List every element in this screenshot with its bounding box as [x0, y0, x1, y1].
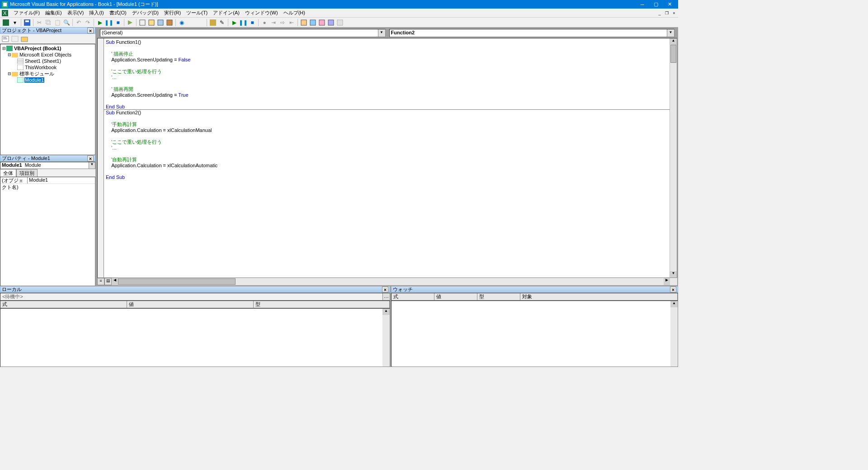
- scroll-thumb[interactable]: [118, 278, 236, 285]
- svg-rect-12: [210, 19, 216, 26]
- chevron-down-icon[interactable]: ▼: [667, 29, 674, 37]
- quick-watch-icon[interactable]: [327, 19, 335, 27]
- mdi-restore-button[interactable]: ❐: [664, 10, 670, 16]
- menu-help[interactable]: ヘルプ(H): [281, 9, 308, 17]
- scroll-up-icon[interactable]: ▲: [670, 38, 677, 45]
- properties-tab-categorized[interactable]: 項目別: [16, 169, 38, 177]
- break-icon[interactable]: ❚❚: [105, 19, 113, 27]
- toolbox-icon[interactable]: [165, 19, 174, 27]
- copy-icon[interactable]: ⿻: [44, 19, 52, 27]
- mdi-close-button[interactable]: ×: [671, 10, 677, 16]
- locals-window-icon[interactable]: [300, 19, 308, 27]
- scroll-down-icon[interactable]: ▼: [670, 271, 677, 277]
- mdi-minimize-button[interactable]: _: [656, 10, 663, 16]
- properties-object-selector[interactable]: Module1 Module ▼: [0, 162, 95, 169]
- insert-dropdown-icon[interactable]: ▾: [11, 19, 19, 27]
- menu-window[interactable]: ウィンドウ(W): [242, 9, 281, 17]
- chevron-down-icon[interactable]: ▼: [378, 29, 385, 37]
- minimize-button[interactable]: ─: [636, 0, 649, 9]
- view-excel-icon[interactable]: [2, 19, 10, 27]
- scroll-thumb[interactable]: [670, 45, 676, 63]
- procedure-view-button[interactable]: ≡: [97, 278, 104, 285]
- menu-edit[interactable]: 編集(E): [42, 9, 65, 17]
- collapse-icon[interactable]: ⊟: [1, 46, 6, 51]
- tree-item-thisworkbook[interactable]: ThisWorkbook: [1, 64, 94, 70]
- toggle-breakpoint-icon[interactable]: ●: [260, 19, 269, 27]
- view-object-icon[interactable]: [10, 35, 19, 43]
- paste-icon[interactable]: 📋: [53, 19, 61, 27]
- chevron-down-icon[interactable]: ▼: [89, 162, 95, 169]
- code-margin[interactable]: [98, 38, 104, 277]
- scroll-right-icon[interactable]: ▶: [664, 278, 670, 285]
- tree-folder-excel-objects[interactable]: ⊟ Microsoft Excel Objects: [1, 52, 94, 58]
- property-row[interactable]: (オブジェクト名) Module1: [0, 177, 95, 184]
- debug-break-icon[interactable]: ❚❚: [239, 19, 247, 27]
- full-module-view-button[interactable]: ▤: [104, 278, 112, 285]
- menu-tools[interactable]: ツール(T): [184, 9, 210, 17]
- debug-continue-icon[interactable]: ▶: [230, 19, 238, 27]
- object-browser-icon[interactable]: [156, 19, 165, 27]
- project-explorer-icon[interactable]: [138, 19, 146, 27]
- vertical-scrollbar[interactable]: ▲ ▼: [670, 38, 677, 277]
- view-code-icon[interactable]: [1, 35, 10, 43]
- svg-rect-21: [12, 36, 18, 42]
- collapse-icon[interactable]: ⊟: [7, 71, 12, 76]
- step-over-icon[interactable]: ⇨: [278, 19, 287, 27]
- menu-run[interactable]: 実行(R): [161, 9, 184, 17]
- code-editor[interactable]: Sub Function1() ' 描画停止 Application.Scree…: [104, 38, 670, 277]
- watch-window-icon[interactable]: [318, 19, 326, 27]
- procedure-combo[interactable]: Function2 ▼: [389, 29, 675, 37]
- properties-grid[interactable]: (オブジェクト名) Module1: [0, 177, 95, 286]
- help-icon[interactable]: ◉: [178, 19, 186, 27]
- properties-icon[interactable]: [147, 19, 156, 27]
- project-pane-close-icon[interactable]: ×: [87, 28, 94, 33]
- horizontal-scrollbar[interactable]: ◀ ▶: [112, 278, 670, 285]
- designmode-icon[interactable]: [126, 19, 134, 27]
- project-tree[interactable]: ⊟ VBAProject (Book1) ⊟ Microsoft Excel O…: [0, 44, 95, 155]
- properties-pane-title: プロパティ - Module1 ×: [0, 155, 95, 162]
- debug-reset-icon[interactable]: ■: [248, 19, 256, 27]
- collapse-icon[interactable]: ⊟: [7, 52, 12, 57]
- toggle-folders-icon[interactable]: [20, 35, 29, 43]
- tree-folder-modules[interactable]: ⊟ 標準モジュール: [1, 70, 94, 77]
- save-icon[interactable]: [23, 19, 31, 27]
- menu-debug[interactable]: デバッグ(D): [129, 9, 161, 17]
- cut-icon[interactable]: ✂: [35, 19, 43, 27]
- locals-grid[interactable]: ▲: [0, 308, 390, 367]
- locals-pane-close-icon[interactable]: ×: [382, 287, 388, 292]
- menu-format[interactable]: 書式(O): [107, 9, 129, 17]
- step-into-icon[interactable]: ⇥: [269, 19, 278, 27]
- find-icon[interactable]: 🔍: [62, 19, 71, 27]
- tree-item-module1[interactable]: Module1: [1, 77, 94, 83]
- vertical-scrollbar[interactable]: ▲: [670, 301, 678, 367]
- watch-grid[interactable]: ▲: [391, 301, 678, 367]
- debug-edit-icon[interactable]: ✎: [218, 19, 226, 27]
- run-icon[interactable]: ▶: [96, 19, 104, 27]
- step-out-icon[interactable]: ⇤: [288, 19, 296, 27]
- properties-pane-close-icon[interactable]: ×: [87, 155, 94, 161]
- immediate-window-icon[interactable]: [309, 19, 317, 27]
- maximize-button[interactable]: ▢: [649, 0, 663, 9]
- close-button[interactable]: ✕: [663, 0, 676, 9]
- tree-item-sheet1[interactable]: Sheet1 (Sheet1): [1, 58, 94, 64]
- object-combo[interactable]: (General) ▼: [100, 29, 386, 37]
- undo-icon[interactable]: ↶: [75, 19, 83, 27]
- scroll-up-icon[interactable]: ▲: [382, 309, 390, 315]
- menu-addin[interactable]: アドイン(A): [210, 9, 242, 17]
- scroll-left-icon[interactable]: ◀: [112, 278, 118, 285]
- excel-icon: X: [2, 10, 9, 16]
- workbook-icon: [17, 65, 24, 70]
- debug-compile-icon[interactable]: [209, 19, 217, 27]
- properties-tab-all[interactable]: 全体: [0, 169, 16, 177]
- menu-view[interactable]: 表示(V): [65, 9, 87, 17]
- menu-insert[interactable]: 挿入(I): [86, 9, 106, 17]
- call-stack-button[interactable]: …: [382, 293, 390, 300]
- call-stack-icon[interactable]: [336, 19, 344, 27]
- reset-icon[interactable]: ■: [114, 19, 122, 27]
- tree-root[interactable]: ⊟ VBAProject (Book1): [1, 45, 94, 52]
- scroll-up-icon[interactable]: ▲: [670, 301, 678, 307]
- vertical-scrollbar[interactable]: ▲: [382, 309, 390, 367]
- menu-file[interactable]: ファイル(F): [11, 9, 42, 17]
- watch-pane-close-icon[interactable]: ×: [670, 287, 676, 292]
- redo-icon[interactable]: ↷: [84, 19, 92, 27]
